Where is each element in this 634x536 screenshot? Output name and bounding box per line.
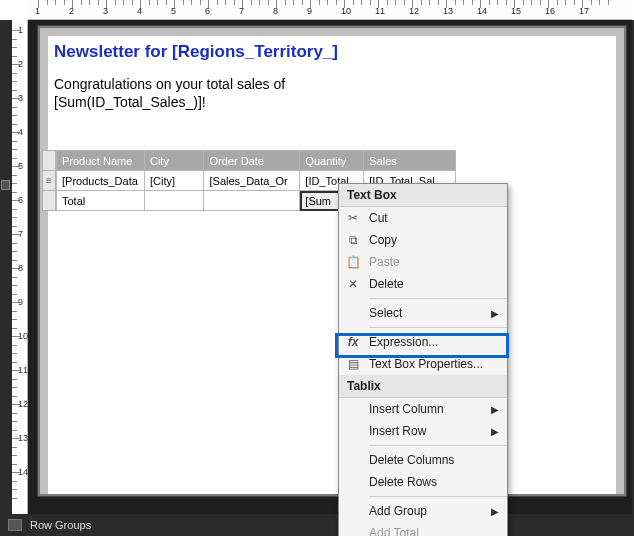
menu-item-cut[interactable]: ✂ Cut <box>339 207 507 229</box>
menu-label: Insert Row <box>369 424 426 438</box>
menu-label: Insert Column <box>369 402 444 416</box>
submenu-arrow-icon: ▶ <box>491 308 499 319</box>
submenu-arrow-icon: ▶ <box>491 426 499 437</box>
report-title-textbox[interactable]: Newsletter for [Regions_Territory_] <box>54 42 338 62</box>
ruler-indicator[interactable] <box>1 180 10 190</box>
menu-item-insert-row[interactable]: Insert Row ▶ <box>339 420 507 442</box>
col-header-productname[interactable]: Product Name <box>57 151 145 171</box>
table-row-handles[interactable]: ≡ <box>42 150 56 210</box>
menu-item-paste[interactable]: 📋 Paste <box>339 251 507 273</box>
left-gutter <box>0 20 12 514</box>
menu-item-add-group[interactable]: Add Group ▶ <box>339 500 507 522</box>
col-header-orderdate[interactable]: Order Date <box>204 151 300 171</box>
row-handle-total[interactable] <box>42 190 56 211</box>
menu-label: Delete Columns <box>369 453 454 467</box>
row-handle-header[interactable] <box>42 150 56 171</box>
delete-icon: ✕ <box>345 277 361 291</box>
report-body[interactable]: Newsletter for [Regions_Territory_] Cong… <box>48 36 616 494</box>
menu-item-delete-rows[interactable]: Delete Rows <box>339 471 507 493</box>
cell-orderdate[interactable]: [Sales_Data_Or <box>204 171 300 191</box>
menu-label: Delete <box>369 277 404 291</box>
vertical-ruler[interactable]: 1234567891011121314 <box>12 20 28 514</box>
menu-header-tablix: Tablix <box>339 375 507 398</box>
properties-icon: ▤ <box>345 357 361 371</box>
row-handle-detail[interactable]: ≡ <box>42 170 56 191</box>
menu-header-textbox: Text Box <box>339 184 507 207</box>
design-surface[interactable]: Newsletter for [Regions_Territory_] Cong… <box>28 20 632 514</box>
menu-item-delete[interactable]: ✕ Delete <box>339 273 507 295</box>
menu-separator <box>369 496 507 497</box>
menu-item-expression[interactable]: fx Expression... <box>339 331 507 353</box>
col-header-sales[interactable]: Sales <box>364 151 456 171</box>
menu-label: Copy <box>369 233 397 247</box>
row-groups-icon <box>8 519 22 531</box>
menu-label: Cut <box>369 211 388 225</box>
menu-item-insert-column[interactable]: Insert Column ▶ <box>339 398 507 420</box>
menu-separator <box>369 298 507 299</box>
submenu-arrow-icon: ▶ <box>491 506 499 517</box>
cell-city[interactable]: [City] <box>144 171 204 191</box>
table-header-row[interactable]: Product Name City Order Date Quantity Sa… <box>57 151 456 171</box>
menu-label: Text Box Properties... <box>369 357 483 371</box>
context-menu: Text Box ✂ Cut ⧉ Copy 📋 Paste ✕ Delete S… <box>338 183 508 536</box>
horizontal-ruler[interactable]: 1234567891011121314151617 <box>28 0 632 20</box>
report-designer: 1234567891011121314151617 12345678910111… <box>0 0 634 536</box>
menu-item-select[interactable]: Select ▶ <box>339 302 507 324</box>
menu-separator <box>369 327 507 328</box>
menu-label: Select <box>369 306 402 320</box>
cut-icon: ✂ <box>345 211 361 225</box>
menu-label: Paste <box>369 255 400 269</box>
menu-item-add-total[interactable]: Add Total <box>339 522 507 536</box>
para-line1: Congratulations on your total sales of <box>54 76 285 92</box>
cell-productname[interactable]: [Products_Data <box>57 171 145 191</box>
bottom-panel-bar[interactable]: Row Groups <box>0 514 634 536</box>
cell-total-label[interactable]: Total <box>57 191 145 211</box>
fx-icon: fx <box>345 335 361 349</box>
menu-item-textbox-properties[interactable]: ▤ Text Box Properties... <box>339 353 507 375</box>
menu-separator <box>369 445 507 446</box>
paste-icon: 📋 <box>345 255 361 269</box>
menu-label: Expression... <box>369 335 438 349</box>
report-canvas[interactable]: Newsletter for [Regions_Territory_] Cong… <box>38 26 626 496</box>
cell-total-orderdate[interactable] <box>204 191 300 211</box>
menu-label: Add Group <box>369 504 427 518</box>
col-header-quantity[interactable]: Quantity <box>300 151 364 171</box>
submenu-arrow-icon: ▶ <box>491 404 499 415</box>
report-paragraph-textbox[interactable]: Congratulations on your total sales of [… <box>54 76 285 111</box>
copy-icon: ⧉ <box>345 233 361 247</box>
menu-item-delete-columns[interactable]: Delete Columns <box>339 449 507 471</box>
menu-item-copy[interactable]: ⧉ Copy <box>339 229 507 251</box>
col-header-city[interactable]: City <box>144 151 204 171</box>
row-groups-label: Row Groups <box>30 519 91 531</box>
para-line2: [Sum(ID_Total_Sales_)]! <box>54 94 206 110</box>
cell-total-city[interactable] <box>144 191 204 211</box>
menu-label: Add Total <box>369 526 419 536</box>
menu-label: Delete Rows <box>369 475 437 489</box>
